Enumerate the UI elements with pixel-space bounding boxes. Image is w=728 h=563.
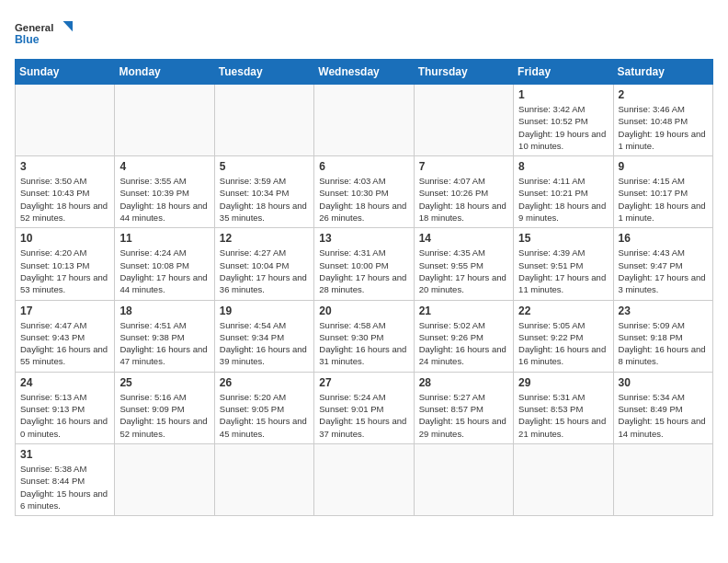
day-info: Sunrise: 5:31 AM Sunset: 8:53 PM Dayligh… xyxy=(518,391,608,440)
calendar-cell xyxy=(514,443,613,515)
day-info: Sunrise: 4:51 AM Sunset: 9:38 PM Dayligh… xyxy=(119,319,209,368)
calendar-cell: 6Sunrise: 4:03 AM Sunset: 10:30 PM Dayli… xyxy=(314,156,414,228)
calendar-cell: 26Sunrise: 5:20 AM Sunset: 9:05 PM Dayli… xyxy=(214,372,313,443)
day-number: 4 xyxy=(119,160,209,173)
day-number: 26 xyxy=(220,376,309,389)
day-info: Sunrise: 4:24 AM Sunset: 10:08 PM Daylig… xyxy=(119,247,209,295)
day-number: 7 xyxy=(419,160,508,173)
day-info: Sunrise: 5:24 AM Sunset: 9:01 PM Dayligh… xyxy=(319,391,408,440)
day-number: 16 xyxy=(619,232,708,245)
day-info: Sunrise: 4:27 AM Sunset: 10:04 PM Daylig… xyxy=(220,247,309,295)
weekday-header-thursday: Thursday xyxy=(414,60,513,85)
day-info: Sunrise: 3:46 AM Sunset: 10:48 PM Daylig… xyxy=(619,103,708,152)
day-number: 23 xyxy=(619,304,708,317)
calendar-table: SundayMondayTuesdayWednesdayThursdayFrid… xyxy=(15,59,713,516)
calendar-cell: 12Sunrise: 4:27 AM Sunset: 10:04 PM Dayl… xyxy=(214,228,313,300)
day-number: 3 xyxy=(20,160,109,173)
calendar-cell: 17Sunrise: 4:47 AM Sunset: 9:43 PM Dayli… xyxy=(16,300,115,372)
week-row-1: 1Sunrise: 3:42 AM Sunset: 10:52 PM Dayli… xyxy=(16,85,713,156)
calendar-cell: 1Sunrise: 3:42 AM Sunset: 10:52 PM Dayli… xyxy=(514,85,613,156)
day-info: Sunrise: 3:50 AM Sunset: 10:43 PM Daylig… xyxy=(20,175,109,224)
day-info: Sunrise: 5:34 AM Sunset: 8:49 PM Dayligh… xyxy=(619,391,708,440)
calendar-cell: 24Sunrise: 5:13 AM Sunset: 9:13 PM Dayli… xyxy=(16,372,115,443)
svg-text:General: General xyxy=(15,22,53,33)
day-number: 29 xyxy=(518,376,608,389)
day-number: 13 xyxy=(319,232,408,245)
day-number: 21 xyxy=(419,304,508,317)
day-info: Sunrise: 4:35 AM Sunset: 9:55 PM Dayligh… xyxy=(419,247,508,295)
calendar-cell: 18Sunrise: 4:51 AM Sunset: 9:38 PM Dayli… xyxy=(115,300,214,372)
calendar-cell xyxy=(16,85,115,156)
day-info: Sunrise: 5:09 AM Sunset: 9:18 PM Dayligh… xyxy=(619,319,708,368)
day-info: Sunrise: 4:15 AM Sunset: 10:17 PM Daylig… xyxy=(619,175,708,224)
day-number: 24 xyxy=(20,376,109,389)
day-info: Sunrise: 3:59 AM Sunset: 10:34 PM Daylig… xyxy=(220,175,309,224)
day-info: Sunrise: 5:38 AM Sunset: 8:44 PM Dayligh… xyxy=(20,463,109,511)
day-info: Sunrise: 5:02 AM Sunset: 9:26 PM Dayligh… xyxy=(419,319,508,368)
day-number: 17 xyxy=(20,304,109,317)
calendar-cell: 16Sunrise: 4:43 AM Sunset: 9:47 PM Dayli… xyxy=(613,228,712,300)
day-number: 12 xyxy=(220,232,309,245)
calendar-cell: 28Sunrise: 5:27 AM Sunset: 8:57 PM Dayli… xyxy=(414,372,513,443)
calendar-cell: 8Sunrise: 4:11 AM Sunset: 10:21 PM Dayli… xyxy=(514,156,613,228)
day-info: Sunrise: 5:27 AM Sunset: 8:57 PM Dayligh… xyxy=(419,391,508,440)
calendar-cell xyxy=(214,85,313,156)
calendar-cell xyxy=(314,85,414,156)
day-number: 9 xyxy=(619,160,708,173)
day-number: 10 xyxy=(20,232,109,245)
week-row-6: 31Sunrise: 5:38 AM Sunset: 8:44 PM Dayli… xyxy=(16,443,713,515)
day-info: Sunrise: 4:54 AM Sunset: 9:34 PM Dayligh… xyxy=(220,319,309,368)
week-row-3: 10Sunrise: 4:20 AM Sunset: 10:13 PM Dayl… xyxy=(16,228,713,300)
day-number: 30 xyxy=(619,376,708,389)
svg-text:Blue: Blue xyxy=(15,33,40,46)
day-number: 27 xyxy=(319,376,408,389)
day-number: 19 xyxy=(220,304,309,317)
day-info: Sunrise: 4:58 AM Sunset: 9:30 PM Dayligh… xyxy=(319,319,408,368)
calendar-cell: 19Sunrise: 4:54 AM Sunset: 9:34 PM Dayli… xyxy=(214,300,313,372)
day-number: 11 xyxy=(119,232,209,245)
day-info: Sunrise: 4:39 AM Sunset: 9:51 PM Dayligh… xyxy=(518,247,608,295)
calendar-cell xyxy=(214,443,313,515)
weekday-header-wednesday: Wednesday xyxy=(314,60,414,85)
calendar-cell: 11Sunrise: 4:24 AM Sunset: 10:08 PM Dayl… xyxy=(115,228,214,300)
calendar-cell: 31Sunrise: 5:38 AM Sunset: 8:44 PM Dayli… xyxy=(16,443,115,515)
logo-svg: General Blue xyxy=(15,15,79,52)
day-number: 20 xyxy=(319,304,408,317)
day-info: Sunrise: 4:43 AM Sunset: 9:47 PM Dayligh… xyxy=(619,247,708,295)
week-row-4: 17Sunrise: 4:47 AM Sunset: 9:43 PM Dayli… xyxy=(16,300,713,372)
calendar-cell: 5Sunrise: 3:59 AM Sunset: 10:34 PM Dayli… xyxy=(214,156,313,228)
calendar-cell xyxy=(314,443,414,515)
day-number: 5 xyxy=(220,160,309,173)
weekday-header-saturday: Saturday xyxy=(613,60,712,85)
calendar-cell: 14Sunrise: 4:35 AM Sunset: 9:55 PM Dayli… xyxy=(414,228,513,300)
page-header: General Blue xyxy=(15,15,713,52)
logo: General Blue xyxy=(15,15,79,52)
calendar-cell: 15Sunrise: 4:39 AM Sunset: 9:51 PM Dayli… xyxy=(514,228,613,300)
weekday-header-tuesday: Tuesday xyxy=(214,60,313,85)
day-info: Sunrise: 4:31 AM Sunset: 10:00 PM Daylig… xyxy=(319,247,408,295)
day-number: 28 xyxy=(419,376,508,389)
day-number: 25 xyxy=(119,376,209,389)
day-info: Sunrise: 4:20 AM Sunset: 10:13 PM Daylig… xyxy=(20,247,109,295)
calendar-cell xyxy=(115,85,214,156)
calendar-cell: 29Sunrise: 5:31 AM Sunset: 8:53 PM Dayli… xyxy=(514,372,613,443)
day-number: 2 xyxy=(619,88,708,101)
calendar-cell: 10Sunrise: 4:20 AM Sunset: 10:13 PM Dayl… xyxy=(16,228,115,300)
day-number: 15 xyxy=(518,232,608,245)
week-row-5: 24Sunrise: 5:13 AM Sunset: 9:13 PM Dayli… xyxy=(16,372,713,443)
weekday-header-monday: Monday xyxy=(115,60,214,85)
day-info: Sunrise: 5:20 AM Sunset: 9:05 PM Dayligh… xyxy=(220,391,309,440)
day-number: 14 xyxy=(419,232,508,245)
day-number: 6 xyxy=(319,160,408,173)
calendar-cell xyxy=(613,443,712,515)
calendar-cell: 13Sunrise: 4:31 AM Sunset: 10:00 PM Dayl… xyxy=(314,228,414,300)
day-info: Sunrise: 3:42 AM Sunset: 10:52 PM Daylig… xyxy=(518,103,608,152)
day-info: Sunrise: 3:55 AM Sunset: 10:39 PM Daylig… xyxy=(119,175,209,224)
day-info: Sunrise: 4:47 AM Sunset: 9:43 PM Dayligh… xyxy=(20,319,109,368)
calendar-cell: 30Sunrise: 5:34 AM Sunset: 8:49 PM Dayli… xyxy=(613,372,712,443)
svg-marker-2 xyxy=(63,21,74,31)
calendar-cell: 20Sunrise: 4:58 AM Sunset: 9:30 PM Dayli… xyxy=(314,300,414,372)
day-info: Sunrise: 5:05 AM Sunset: 9:22 PM Dayligh… xyxy=(518,319,608,368)
calendar-cell: 25Sunrise: 5:16 AM Sunset: 9:09 PM Dayli… xyxy=(115,372,214,443)
weekday-header-sunday: Sunday xyxy=(16,60,115,85)
